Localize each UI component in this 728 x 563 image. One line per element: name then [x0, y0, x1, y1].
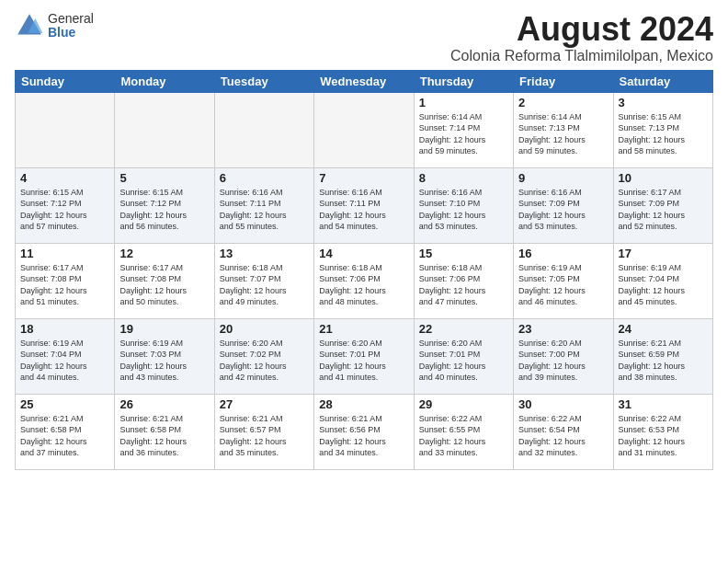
day-info: Sunrise: 6:22 AM Sunset: 6:55 PM Dayligh…	[419, 413, 508, 459]
day-cell	[115, 92, 214, 167]
col-header-thursday: Thursday	[414, 70, 513, 92]
day-number: 30	[518, 397, 608, 411]
day-cell: 25Sunrise: 6:21 AM Sunset: 6:58 PM Dayli…	[16, 394, 115, 469]
day-number: 12	[119, 247, 209, 260]
day-cell: 29Sunrise: 6:22 AM Sunset: 6:55 PM Dayli…	[414, 394, 513, 469]
day-info: Sunrise: 6:20 AM Sunset: 7:01 PM Dayligh…	[319, 338, 408, 384]
day-info: Sunrise: 6:17 AM Sunset: 7:08 PM Dayligh…	[119, 262, 209, 308]
day-info: Sunrise: 6:16 AM Sunset: 7:09 PM Dayligh…	[518, 187, 608, 233]
logo-text: General Blue	[48, 12, 94, 40]
day-number: 14	[319, 247, 408, 260]
day-info: Sunrise: 6:16 AM Sunset: 7:11 PM Dayligh…	[220, 187, 309, 233]
title-block: August 2024 Colonia Reforma Tlalmimilolp…	[450, 11, 713, 64]
day-info: Sunrise: 6:20 AM Sunset: 7:00 PM Dayligh…	[518, 338, 608, 384]
day-cell: 31Sunrise: 6:22 AM Sunset: 6:53 PM Dayli…	[613, 394, 712, 469]
day-number: 18	[20, 322, 109, 336]
day-cell: 10Sunrise: 6:17 AM Sunset: 7:09 PM Dayli…	[613, 167, 712, 243]
day-cell: 6Sunrise: 6:16 AM Sunset: 7:11 PM Daylig…	[214, 167, 313, 243]
day-number: 3	[619, 96, 708, 109]
day-info: Sunrise: 6:18 AM Sunset: 7:06 PM Dayligh…	[419, 262, 508, 308]
day-cell: 24Sunrise: 6:21 AM Sunset: 6:59 PM Dayli…	[613, 318, 712, 394]
day-cell: 5Sunrise: 6:15 AM Sunset: 7:12 PM Daylig…	[115, 167, 214, 243]
day-number: 7	[319, 171, 408, 185]
day-info: Sunrise: 6:16 AM Sunset: 7:11 PM Dayligh…	[319, 187, 408, 233]
day-number: 31	[619, 397, 708, 411]
day-number: 29	[419, 397, 508, 411]
day-cell: 22Sunrise: 6:20 AM Sunset: 7:01 PM Dayli…	[414, 318, 513, 394]
day-info: Sunrise: 6:19 AM Sunset: 7:04 PM Dayligh…	[619, 262, 708, 308]
col-header-tuesday: Tuesday	[214, 70, 313, 92]
day-cell: 15Sunrise: 6:18 AM Sunset: 7:06 PM Dayli…	[414, 243, 513, 318]
day-cell: 20Sunrise: 6:20 AM Sunset: 7:02 PM Dayli…	[214, 318, 313, 394]
day-cell	[314, 92, 414, 167]
day-number: 24	[619, 322, 708, 336]
day-cell: 13Sunrise: 6:18 AM Sunset: 7:07 PM Dayli…	[214, 243, 313, 318]
day-info: Sunrise: 6:21 AM Sunset: 6:59 PM Dayligh…	[619, 338, 708, 384]
day-info: Sunrise: 6:15 AM Sunset: 7:12 PM Dayligh…	[20, 187, 109, 233]
day-info: Sunrise: 6:17 AM Sunset: 7:09 PM Dayligh…	[619, 187, 708, 233]
day-info: Sunrise: 6:17 AM Sunset: 7:08 PM Dayligh…	[20, 262, 109, 308]
day-info: Sunrise: 6:18 AM Sunset: 7:07 PM Dayligh…	[220, 262, 309, 308]
day-info: Sunrise: 6:15 AM Sunset: 7:12 PM Dayligh…	[119, 187, 209, 233]
day-number: 10	[619, 171, 708, 185]
day-number: 13	[220, 247, 309, 260]
day-number: 20	[220, 322, 309, 336]
day-number: 6	[220, 171, 309, 185]
day-cell	[16, 92, 115, 167]
day-number: 23	[518, 322, 608, 336]
day-number: 27	[220, 397, 309, 411]
day-cell: 8Sunrise: 6:16 AM Sunset: 7:10 PM Daylig…	[414, 167, 513, 243]
col-header-saturday: Saturday	[613, 70, 712, 92]
header: General Blue August 2024 Colonia Reforma…	[15, 11, 713, 64]
day-cell: 18Sunrise: 6:19 AM Sunset: 7:04 PM Dayli…	[16, 318, 115, 394]
week-row-3: 11Sunrise: 6:17 AM Sunset: 7:08 PM Dayli…	[16, 243, 713, 318]
logo-general: General	[48, 12, 94, 26]
day-cell: 11Sunrise: 6:17 AM Sunset: 7:08 PM Dayli…	[16, 243, 115, 318]
week-row-1: 1Sunrise: 6:14 AM Sunset: 7:14 PM Daylig…	[16, 92, 713, 167]
col-header-monday: Monday	[115, 70, 214, 92]
day-number: 21	[319, 322, 408, 336]
day-info: Sunrise: 6:15 AM Sunset: 7:13 PM Dayligh…	[619, 111, 708, 157]
col-header-friday: Friday	[514, 70, 613, 92]
day-info: Sunrise: 6:14 AM Sunset: 7:13 PM Dayligh…	[518, 111, 608, 157]
day-number: 8	[419, 171, 508, 185]
day-info: Sunrise: 6:21 AM Sunset: 6:56 PM Dayligh…	[319, 413, 408, 459]
col-header-sunday: Sunday	[16, 70, 115, 92]
day-cell: 23Sunrise: 6:20 AM Sunset: 7:00 PM Dayli…	[514, 318, 613, 394]
week-row-2: 4Sunrise: 6:15 AM Sunset: 7:12 PM Daylig…	[16, 167, 713, 243]
day-cell: 1Sunrise: 6:14 AM Sunset: 7:14 PM Daylig…	[414, 92, 513, 167]
page: General Blue August 2024 Colonia Reforma…	[0, 0, 728, 477]
day-cell: 9Sunrise: 6:16 AM Sunset: 7:09 PM Daylig…	[514, 167, 613, 243]
day-cell: 7Sunrise: 6:16 AM Sunset: 7:11 PM Daylig…	[314, 167, 414, 243]
day-info: Sunrise: 6:19 AM Sunset: 7:03 PM Dayligh…	[119, 338, 209, 384]
day-number: 16	[518, 247, 608, 260]
day-number: 17	[619, 247, 708, 260]
day-number: 2	[518, 96, 608, 109]
day-info: Sunrise: 6:21 AM Sunset: 6:57 PM Dayligh…	[220, 413, 309, 459]
day-number: 5	[119, 171, 209, 185]
day-cell: 21Sunrise: 6:20 AM Sunset: 7:01 PM Dayli…	[314, 318, 414, 394]
logo-blue: Blue	[48, 26, 94, 40]
day-info: Sunrise: 6:22 AM Sunset: 6:54 PM Dayligh…	[518, 413, 608, 459]
day-cell: 2Sunrise: 6:14 AM Sunset: 7:13 PM Daylig…	[514, 92, 613, 167]
calendar-table: SundayMondayTuesdayWednesdayThursdayFrid…	[15, 70, 713, 470]
week-row-5: 25Sunrise: 6:21 AM Sunset: 6:58 PM Dayli…	[16, 394, 713, 469]
day-cell	[214, 92, 313, 167]
day-cell: 17Sunrise: 6:19 AM Sunset: 7:04 PM Dayli…	[613, 243, 712, 318]
day-info: Sunrise: 6:18 AM Sunset: 7:06 PM Dayligh…	[319, 262, 408, 308]
day-cell: 14Sunrise: 6:18 AM Sunset: 7:06 PM Dayli…	[314, 243, 414, 318]
day-number: 19	[119, 322, 209, 336]
day-cell: 19Sunrise: 6:19 AM Sunset: 7:03 PM Dayli…	[115, 318, 214, 394]
day-cell: 28Sunrise: 6:21 AM Sunset: 6:56 PM Dayli…	[314, 394, 414, 469]
day-number: 28	[319, 397, 408, 411]
day-info: Sunrise: 6:21 AM Sunset: 6:58 PM Dayligh…	[20, 413, 109, 459]
week-row-4: 18Sunrise: 6:19 AM Sunset: 7:04 PM Dayli…	[16, 318, 713, 394]
day-cell: 30Sunrise: 6:22 AM Sunset: 6:54 PM Dayli…	[514, 394, 613, 469]
day-cell: 16Sunrise: 6:19 AM Sunset: 7:05 PM Dayli…	[514, 243, 613, 318]
day-cell: 4Sunrise: 6:15 AM Sunset: 7:12 PM Daylig…	[16, 167, 115, 243]
day-cell: 3Sunrise: 6:15 AM Sunset: 7:13 PM Daylig…	[613, 92, 712, 167]
day-number: 9	[518, 171, 608, 185]
location: Colonia Reforma Tlalmimilolpan, Mexico	[450, 48, 713, 64]
day-cell: 26Sunrise: 6:21 AM Sunset: 6:58 PM Dayli…	[115, 394, 214, 469]
day-info: Sunrise: 6:20 AM Sunset: 7:01 PM Dayligh…	[419, 338, 508, 384]
